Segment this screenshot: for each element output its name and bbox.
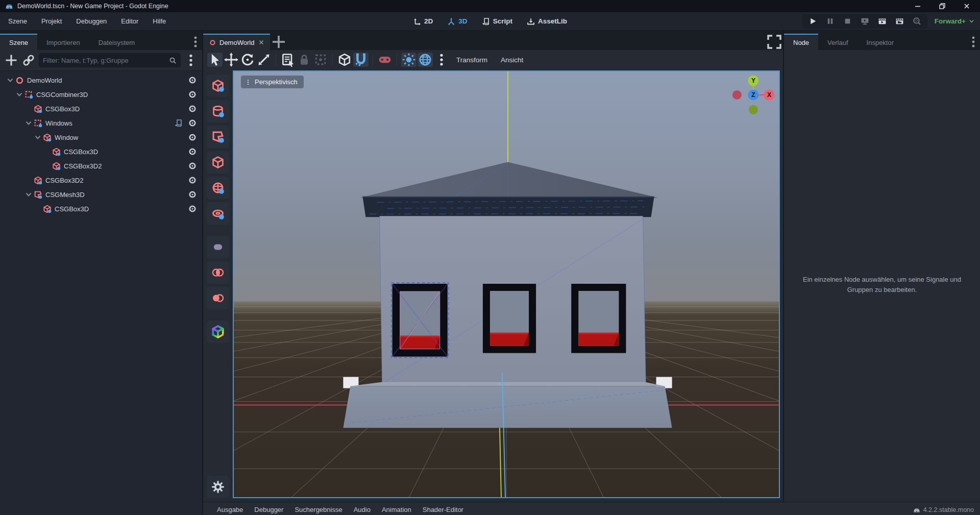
visibility-eye-icon[interactable]: [188, 161, 197, 170]
gridmap-button[interactable]: [207, 321, 229, 343]
restore-button[interactable]: [938, 2, 946, 10]
tree-collapse-icon[interactable]: [15, 90, 23, 99]
op-subtraction-button[interactable]: [207, 287, 229, 309]
close-tab-icon[interactable]: [258, 39, 265, 46]
tree-node-csgbox3d2[interactable]: CSGBox3D2: [0, 173, 202, 187]
tree-node-csgbox3d2[interactable]: CSGBox3D2: [0, 159, 202, 173]
visibility-eye-icon[interactable]: [188, 90, 197, 99]
camera-override-button[interactable]: [377, 53, 393, 67]
tree-collapse-icon[interactable]: [24, 119, 33, 127]
bottom-panel-debugger[interactable]: Debugger: [249, 504, 289, 515]
menu-projekt[interactable]: Projekt: [36, 15, 67, 27]
right-tab-verlauf[interactable]: Verlauf: [818, 34, 857, 50]
csg-box-icon: [34, 105, 42, 113]
workspace-script[interactable]: Script: [477, 15, 517, 28]
visibility-eye-icon[interactable]: [188, 190, 197, 199]
instance-scene-button[interactable]: [21, 53, 36, 67]
tree-node-csgcombiner3d[interactable]: CSGCombiner3D: [0, 87, 202, 102]
left-tab-dateisystem[interactable]: Dateisystem: [89, 34, 144, 50]
left-tab-importieren[interactable]: Importieren: [37, 34, 89, 50]
menu-debuggen[interactable]: Debuggen: [71, 15, 112, 27]
tree-node-windows[interactable]: Windows: [0, 116, 202, 130]
csg-polygon-button[interactable]: [207, 151, 229, 174]
left-dock-menu-icon[interactable]: [189, 34, 202, 50]
visibility-eye-icon[interactable]: [188, 76, 197, 85]
visibility-eye-icon[interactable]: [188, 147, 197, 156]
tree-node-demoworld[interactable]: DemoWorld: [0, 73, 202, 87]
csg-cylinder-button[interactable]: [207, 100, 229, 122]
op-intersection-button[interactable]: [207, 261, 229, 284]
use-local-space-button[interactable]: [337, 53, 352, 67]
renderer-selector[interactable]: Forward+: [935, 17, 975, 25]
tree-collapse-icon[interactable]: [6, 76, 14, 84]
use-snap-button[interactable]: [353, 53, 369, 67]
play-remote-button[interactable]: [861, 17, 869, 26]
script-icon[interactable]: [175, 119, 183, 127]
play-custom-scene-button[interactable]: [895, 17, 904, 26]
pause-button[interactable]: [826, 17, 835, 26]
csg-options-gear-button[interactable]: [207, 476, 229, 498]
play-button[interactable]: [808, 17, 817, 26]
visibility-eye-icon[interactable]: [188, 133, 197, 142]
scene-tree-menu-button[interactable]: [184, 53, 198, 67]
tree-collapse-icon[interactable]: [34, 133, 42, 141]
visibility-eye-icon[interactable]: [188, 104, 197, 113]
csg-mesh-button[interactable]: [207, 126, 229, 148]
perspective-menu[interactable]: Perspektivisch: [241, 76, 304, 88]
tree-node-window[interactable]: Window: [0, 130, 202, 144]
tool-select-button[interactable]: [207, 53, 223, 67]
tree-collapse-icon[interactable]: [24, 190, 33, 199]
list-select-button[interactable]: [280, 53, 296, 67]
left-dock: SzeneImportierenDateisystem DemoWorldCSG…: [0, 31, 203, 515]
right-tab-inspektor[interactable]: Inspektor: [857, 34, 903, 50]
viewport-menu-transform[interactable]: Transform: [450, 54, 494, 66]
distraction-free-button[interactable]: [766, 34, 783, 50]
menu-hilfe[interactable]: Hilfe: [148, 15, 171, 27]
tree-node-csgmesh3d[interactable]: CSGMesh3D: [0, 187, 202, 202]
tree-node-csgbox3d[interactable]: CSGBox3D: [0, 102, 202, 116]
tool-scale-button[interactable]: [256, 53, 272, 67]
right-tab-node[interactable]: Node: [784, 34, 818, 50]
workspace-3d[interactable]: 3D: [443, 15, 472, 28]
viewport-toolbar: TransformAnsicht: [203, 50, 783, 69]
preview-settings-button[interactable]: [434, 53, 449, 67]
preview-environment-button[interactable]: [418, 53, 433, 67]
csg-sphere-button[interactable]: [207, 177, 229, 199]
menu-editor[interactable]: Editor: [116, 15, 143, 27]
bottom-panel-animation[interactable]: Animation: [376, 504, 417, 515]
scene-filter-input[interactable]: [43, 57, 169, 64]
viewport-menu-ansicht[interactable]: Ansicht: [495, 54, 529, 66]
viewport-3d[interactable]: Y X Z Perspektivisch: [233, 70, 780, 498]
op-union-button[interactable]: [207, 236, 229, 258]
lock-selected-button[interactable]: [297, 53, 312, 67]
bottom-panel-audio[interactable]: Audio: [348, 504, 376, 515]
new-scene-tab-button[interactable]: [270, 34, 287, 50]
group-selected-button[interactable]: [313, 53, 328, 67]
stop-button[interactable]: [843, 17, 852, 26]
movie-maker-button[interactable]: [913, 17, 921, 26]
bottom-panel-shader-editor[interactable]: Shader-Editor: [417, 504, 469, 515]
minimize-button[interactable]: [914, 2, 922, 10]
close-button[interactable]: [963, 2, 971, 10]
visibility-eye-icon[interactable]: [188, 204, 197, 213]
tree-node-csgbox3d[interactable]: CSGBox3D: [0, 144, 202, 159]
csg-torus-button[interactable]: [207, 202, 229, 225]
preview-sunlight-button[interactable]: [401, 53, 416, 67]
add-node-button[interactable]: [4, 53, 18, 67]
workspace-assetlib[interactable]: AssetLib: [522, 15, 572, 28]
visibility-eye-icon[interactable]: [188, 176, 197, 185]
right-dock-menu-icon[interactable]: [967, 34, 980, 50]
renderer-label: Forward+: [935, 17, 966, 25]
play-scene-button[interactable]: [878, 17, 887, 26]
tool-move-button[interactable]: [224, 53, 239, 67]
workspace-2d[interactable]: 2D: [408, 15, 437, 28]
visibility-eye-icon[interactable]: [188, 118, 197, 128]
bottom-panel-suchergebnisse[interactable]: Suchergebnisse: [289, 504, 348, 515]
csg-box-button[interactable]: [207, 75, 229, 97]
bottom-panel-ausgabe[interactable]: Ausgabe: [211, 504, 249, 515]
scene-tab-demoworld[interactable]: DemoWorld: [203, 34, 270, 50]
menu-szene[interactable]: Szene: [3, 15, 32, 27]
left-tab-szene[interactable]: Szene: [0, 34, 37, 50]
tree-node-csgbox3d[interactable]: CSGBox3D: [0, 202, 202, 216]
tool-rotate-button[interactable]: [240, 53, 255, 67]
